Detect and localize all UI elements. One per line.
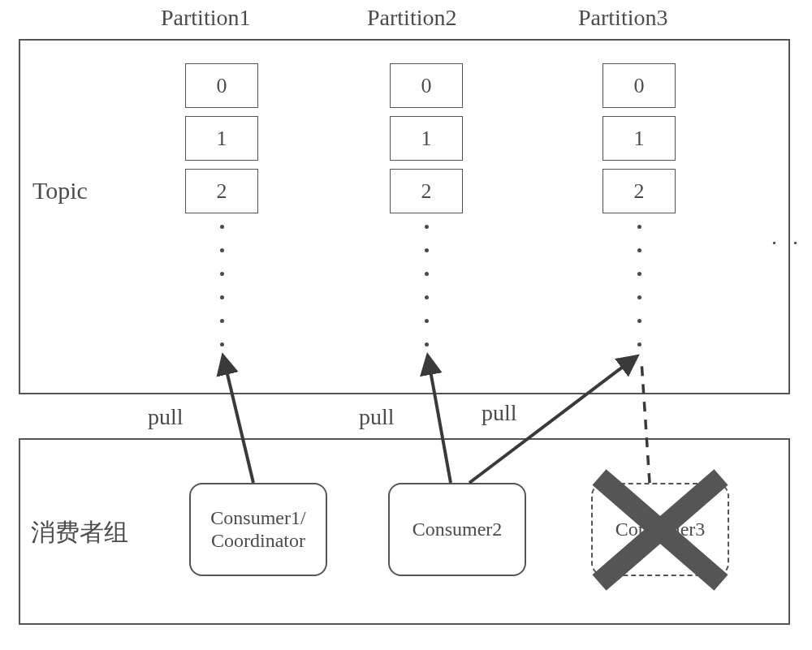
consumer3-box: Consumer3 <box>591 483 729 576</box>
pull-label-1: pull <box>148 404 184 430</box>
consumer-group-label: 消费者组 <box>31 516 128 549</box>
consumer1-label: Consumer1/ Coordinator <box>210 507 305 552</box>
p1-vdots <box>185 225 258 347</box>
consumer3-label: Consumer3 <box>615 519 706 541</box>
p2-cell-1: 1 <box>390 116 463 161</box>
p3-cell-0: 0 <box>603 63 676 108</box>
p3-vdots <box>603 225 676 347</box>
diagram-root: Partition1 Partition2 Partition3 . . . T… <box>0 0 812 650</box>
topic-more-ellipsis: . . . <box>771 224 812 250</box>
p2-cell-0: 0 <box>390 63 463 108</box>
p2-vdots <box>390 225 463 347</box>
partition2-col: 0 1 2 <box>390 63 463 347</box>
topic-label: Topic <box>32 177 88 204</box>
pull-label-3: pull <box>482 400 517 426</box>
p3-cell-1: 1 <box>603 116 676 161</box>
p1-cell-0: 0 <box>185 63 258 108</box>
pull-label-2: pull <box>359 404 395 430</box>
partition1-label: Partition1 <box>161 5 250 31</box>
consumer2-label: Consumer2 <box>412 519 503 541</box>
consumer2-box: Consumer2 <box>388 483 526 576</box>
p2-cell-2: 2 <box>390 169 463 213</box>
partition3-label: Partition3 <box>578 5 667 31</box>
p3-cell-2: 2 <box>603 169 676 213</box>
partition3-col: 0 1 2 <box>603 63 676 347</box>
consumer1-box: Consumer1/ Coordinator <box>189 483 327 576</box>
p1-cell-2: 2 <box>185 169 258 213</box>
p1-cell-1: 1 <box>185 116 258 161</box>
partition1-col: 0 1 2 <box>185 63 258 347</box>
partition2-label: Partition2 <box>367 5 456 31</box>
